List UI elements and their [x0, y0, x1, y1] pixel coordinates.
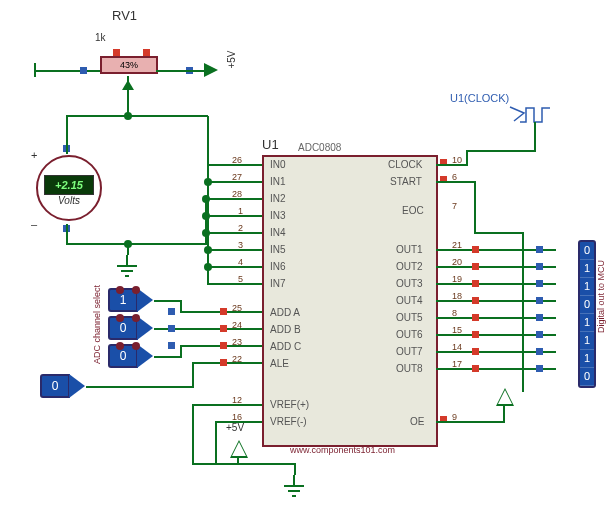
digital-out-bit: 1: [580, 332, 594, 350]
pin-num: 28: [232, 189, 242, 199]
marker: [220, 308, 227, 315]
pin-name: IN2: [270, 193, 286, 204]
pin-name: ADD C: [270, 341, 301, 352]
pin-name: OE: [410, 416, 424, 427]
pot-terminal: [113, 49, 120, 56]
marker: [80, 67, 87, 74]
wire: [86, 386, 192, 388]
pin-name: OUT5: [396, 312, 423, 323]
wire: [128, 115, 208, 117]
pin-num: 7: [452, 201, 457, 211]
marker: [536, 331, 543, 338]
wire: [66, 243, 128, 245]
wire: [436, 181, 474, 183]
wire: [192, 362, 262, 364]
pin-num: 5: [238, 274, 243, 284]
pin-num: 4: [238, 257, 243, 267]
wire: [436, 164, 468, 166]
pot-terminal: [143, 49, 150, 56]
digital-out-bit: 1: [580, 260, 594, 278]
wire: [522, 232, 524, 392]
voltmeter-minus: –: [31, 218, 37, 230]
pot-value: 1k: [95, 32, 106, 43]
wire: [66, 116, 68, 154]
digital-out-bit: 0: [580, 242, 594, 260]
digital-out-bit: 1: [580, 314, 594, 332]
marker: [168, 308, 175, 315]
digital-out-bit: 1: [580, 350, 594, 368]
pin-name: VREF(-): [270, 416, 307, 427]
wire: [34, 70, 100, 72]
pin-name: OUT4: [396, 295, 423, 306]
chip-part: ADC0808: [298, 142, 341, 153]
pin-name: CLOCK: [388, 159, 422, 170]
chip-ref: U1: [262, 137, 279, 152]
adc-select-label: ADC channel select: [92, 285, 102, 364]
marker: [472, 365, 479, 372]
wire: [66, 115, 128, 117]
rail-5v: +5V: [226, 50, 237, 68]
marker: [472, 297, 479, 304]
probe-dot: [132, 314, 140, 322]
wire: [215, 463, 295, 465]
pin-name: ADD A: [270, 307, 300, 318]
logic-state-ale[interactable]: 0: [40, 376, 85, 396]
wire: [192, 404, 194, 464]
potentiometer[interactable]: 43%: [100, 56, 158, 74]
pin-name: IN1: [270, 176, 286, 187]
marker: [220, 359, 227, 366]
logic-state-adda[interactable]: 1: [108, 290, 153, 310]
pin-name: OUT1: [396, 244, 423, 255]
digital-out-bit: 0: [580, 368, 594, 386]
logic-state-addb[interactable]: 0: [108, 318, 153, 338]
voltmeter-plus: +: [31, 149, 37, 161]
clock-icon: [520, 104, 570, 128]
wire: [156, 70, 204, 72]
wire: [34, 63, 36, 77]
clock-gen-label: U1(CLOCK): [450, 92, 509, 104]
pin-name: IN7: [270, 278, 286, 289]
wire: [466, 150, 468, 164]
probe-dot: [116, 314, 124, 322]
logic-state-addc[interactable]: 0: [108, 346, 153, 366]
digital-out-label: Digital out to MCU: [596, 260, 606, 333]
pin-name: EOC: [402, 205, 424, 216]
pin-name: START: [390, 176, 422, 187]
wire: [207, 116, 209, 165]
wire: [154, 356, 180, 358]
marker: [168, 342, 175, 349]
probe-dot: [132, 286, 140, 294]
wire: [192, 362, 194, 388]
marker: [472, 246, 479, 253]
pin-name: OUT2: [396, 261, 423, 272]
wire: [466, 150, 536, 152]
pin-name: IN5: [270, 244, 286, 255]
pin-num: 1: [238, 206, 243, 216]
probe-dot: [116, 286, 124, 294]
digital-out-bit: 1: [580, 278, 594, 296]
probe-dot: [132, 342, 140, 350]
pin-name: VREF(+): [270, 399, 309, 410]
marker: [472, 314, 479, 321]
marker: [472, 348, 479, 355]
wire: [294, 463, 296, 475]
pin-name: IN6: [270, 261, 286, 272]
marker: [472, 263, 479, 270]
pin-num: 3: [238, 240, 243, 250]
marker: [536, 314, 543, 321]
wire: [215, 421, 262, 423]
pin-lead: [247, 215, 262, 217]
chip-footer: www.components101.com: [290, 445, 395, 455]
pin-lead: [247, 164, 262, 166]
marker: [536, 365, 543, 372]
marker: [536, 246, 543, 253]
wiper-arrow: [122, 80, 134, 90]
digital-out-block[interactable]: 0 1 1 0 1 1 1 0: [578, 240, 596, 388]
pin-lead: [247, 266, 262, 268]
pin-num: 27: [232, 172, 242, 182]
clock-arrow-icon: [508, 105, 526, 123]
marker: [220, 325, 227, 332]
pin-name: OUT8: [396, 363, 423, 374]
wire: [154, 300, 180, 302]
pin-lead: [247, 249, 262, 251]
